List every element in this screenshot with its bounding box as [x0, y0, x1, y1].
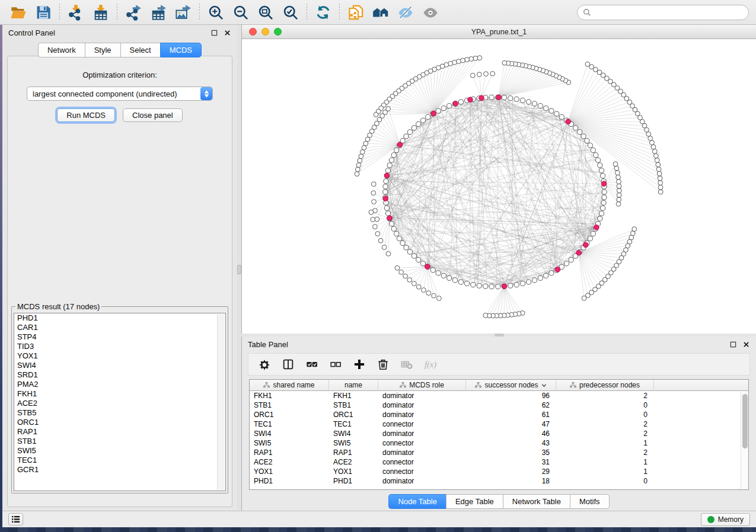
vertical-splitter[interactable]: [237, 25, 241, 511]
zoom-in-icon: [208, 4, 224, 21]
mcds-result-item: STB5: [14, 408, 225, 418]
attribute-icon: [475, 382, 481, 388]
window-close-button[interactable]: [249, 28, 257, 36]
import-network-button[interactable]: [63, 2, 88, 23]
mcds-result-item: SWI5: [14, 446, 225, 456]
add-column-button[interactable]: [350, 355, 368, 373]
column-header-shared-name[interactable]: shared name: [250, 380, 329, 390]
format-columns-button[interactable]: [279, 355, 297, 373]
select-all-button[interactable]: [303, 355, 321, 373]
tab-network-table[interactable]: Network Table: [503, 494, 570, 509]
show-all-button[interactable]: [418, 2, 443, 23]
toolbar-separator: [199, 4, 200, 21]
memory-button[interactable]: Memory: [701, 513, 750, 526]
network-canvas[interactable]: [242, 39, 756, 334]
column-header-predecessor-nodes[interactable]: predecessor nodes: [556, 380, 654, 390]
network-window-titlebar[interactable]: YPA_prune.txt_1: [242, 25, 756, 39]
close-mcds-panel-button[interactable]: Close panel: [123, 108, 183, 122]
splitter-grip[interactable]: [237, 265, 241, 274]
save-session-button[interactable]: [31, 2, 56, 23]
export-network-button[interactable]: [121, 2, 146, 23]
sort-desc-icon: [541, 383, 547, 387]
mcds-list-scrollbar[interactable]: [217, 314, 225, 490]
table-cell: PHD1: [250, 476, 329, 486]
tab-mcds[interactable]: MCDS: [160, 43, 202, 57]
table-row[interactable]: ACE2ACE2connector311: [250, 457, 748, 467]
column-header-successor-nodes[interactable]: successor nodes: [466, 380, 556, 390]
export-image-button[interactable]: [171, 2, 196, 23]
export-table-button[interactable]: [146, 2, 171, 23]
float-panel-button[interactable]: [209, 27, 219, 38]
tab-node-table[interactable]: Node Table: [388, 494, 446, 509]
tab-edge-table[interactable]: Edge Table: [446, 494, 503, 509]
table-row[interactable]: STB1STB1dominator620: [250, 400, 748, 410]
tab-motifs[interactable]: Motifs: [570, 494, 610, 509]
table-cell: YOX1: [329, 467, 378, 476]
delete-column-button[interactable]: [374, 355, 392, 373]
function-builder-icon: f(x): [424, 358, 437, 371]
table-panel: Table Panel f(x) shared namenameMCDS rol…: [241, 336, 756, 511]
zoom-in-button[interactable]: [203, 2, 228, 23]
table-settings-button[interactable]: [256, 355, 273, 373]
table-cell: YOX1: [250, 467, 329, 476]
table-cell: 2: [556, 419, 654, 429]
column-label: predecessor nodes: [579, 381, 640, 389]
zoom-out-icon: [232, 4, 249, 21]
mcds-result-item: SRD1: [14, 370, 225, 380]
table-row[interactable]: RAP1RAP1dominator352: [250, 448, 748, 457]
table-row[interactable]: SWI5SWI5connector431: [250, 438, 748, 448]
tab-select[interactable]: Select: [120, 43, 160, 57]
task-history-button[interactable]: [8, 513, 23, 525]
import-table-button[interactable]: [88, 2, 113, 23]
float-icon: [730, 341, 736, 348]
first-neighbors-button[interactable]: [368, 2, 393, 23]
criterion-dropdown[interactable]: largest connected component (undirected): [27, 86, 213, 101]
search-field[interactable]: [577, 5, 749, 20]
scrollbar-thumb[interactable]: [742, 394, 748, 448]
float-table-panel-button[interactable]: [728, 339, 738, 350]
search-input[interactable]: [595, 8, 743, 17]
mcds-result-list[interactable]: PHD1CAR1STP4TID3YOX1SWI4SRD1PMA2FKH1ACE2…: [14, 313, 226, 491]
column-header-MCDS-role[interactable]: MCDS role: [378, 380, 466, 390]
network-window-title: YPA_prune.txt_1: [471, 28, 527, 36]
select-all-icon: [305, 358, 318, 371]
zoom-fit-button[interactable]: [253, 2, 278, 23]
window-maximize-button[interactable]: [274, 28, 282, 36]
table-cell: dominator: [378, 410, 466, 419]
table-cell: connector: [378, 438, 466, 448]
table-row[interactable]: FKH1FKH1dominator962: [250, 391, 748, 400]
zoom-out-button[interactable]: [228, 2, 253, 23]
mcds-result-item: GCR1: [14, 465, 225, 475]
mcds-result-title: MCDS result (17 nodes): [15, 302, 101, 311]
toolbar-buttons: [6, 2, 443, 23]
refresh-button[interactable]: [311, 2, 336, 23]
clone-network-button[interactable]: [343, 2, 368, 23]
table-row[interactable]: ORC1ORC1dominator610: [250, 410, 748, 419]
hide-selected-button[interactable]: [393, 2, 418, 23]
tab-style[interactable]: Style: [85, 43, 120, 57]
tab-network[interactable]: Network: [38, 43, 85, 57]
open-file-button[interactable]: [6, 2, 31, 23]
table-row[interactable]: PHD1PHD1dominator180: [250, 476, 748, 486]
table-cell: ACE2: [329, 457, 378, 467]
table-row[interactable]: TEC1TEC1connector472: [250, 419, 748, 429]
window-minimize-button[interactable]: [261, 28, 269, 36]
mcds-result-item: ORC1: [14, 418, 225, 427]
export-image-icon: [175, 4, 192, 21]
mcds-result-item: PHD1: [14, 313, 225, 323]
table-row[interactable]: SWI4SWI4dominator462: [250, 429, 748, 438]
close-panel-button[interactable]: [222, 27, 232, 38]
table-cell: 47: [466, 419, 556, 429]
table-cell: 1: [556, 467, 654, 476]
close-table-panel-button[interactable]: [741, 339, 751, 350]
zoom-selected-button[interactable]: [278, 2, 303, 23]
table-settings-icon: [258, 358, 271, 371]
table-scrollbar[interactable]: [741, 392, 748, 489]
clear-selection-button[interactable]: [327, 355, 344, 373]
column-header-name[interactable]: name: [329, 380, 378, 390]
table-row[interactable]: YOX1YOX1connector291: [250, 467, 748, 476]
close-icon: [224, 30, 231, 36]
run-mcds-button[interactable]: Run MCDS: [57, 108, 115, 122]
clone-network-icon: [347, 4, 364, 21]
network-graph[interactable]: [242, 39, 756, 334]
